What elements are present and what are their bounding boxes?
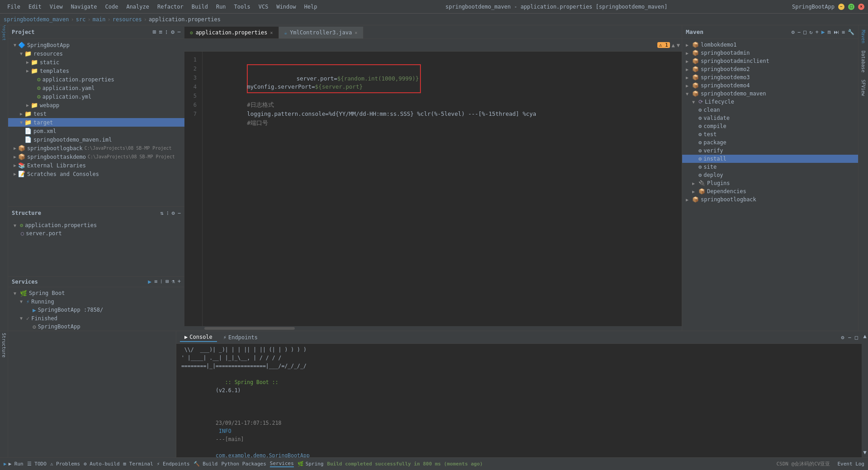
services-item-springbootapp-finished[interactable]: ▶ ⚙ SpringBootApp	[8, 323, 184, 331]
menu-window[interactable]: Window	[273, 3, 299, 11]
services-filter-icon[interactable]: ⚗	[172, 278, 175, 285]
toolbar-arrow-down[interactable]: ▼	[677, 42, 680, 48]
tree-item-static[interactable]: ▶ 📁 static	[8, 58, 184, 66]
maven-item-package[interactable]: ⚙ package	[682, 138, 858, 147]
maven-item-admin[interactable]: ▶ 📦 springbootadmin	[682, 49, 858, 57]
tree-item-app-props[interactable]: ▶ ⚙ application.properties	[8, 75, 184, 84]
tree-item-root[interactable]: ▼ 🔷 SpringBootApp	[8, 41, 184, 49]
scroll-up-icon[interactable]: ▲	[863, 333, 866, 339]
problems-btn[interactable]: ⚠ Problems	[50, 461, 80, 467]
tree-item-pom[interactable]: ▶ 📄 pom.xml	[8, 127, 184, 135]
menu-refactor[interactable]: Refactor	[154, 3, 187, 11]
menu-build[interactable]: Build	[188, 3, 212, 11]
maven-item-validate[interactable]: ⚙ validate	[682, 114, 858, 122]
tree-item-target[interactable]: ▼ 📁 target	[8, 118, 184, 127]
maven-item-install[interactable]: ⚙ install	[682, 155, 858, 163]
services-collapse-icon[interactable]: ⫶	[160, 278, 163, 285]
menu-file[interactable]: File	[4, 3, 24, 11]
tab-yml-controller[interactable]: ☕ YmlController3.java ×	[279, 27, 363, 38]
maven-item-lombok[interactable]: ▶ 📦 lombokdemo1	[682, 41, 858, 49]
project-icon-expand[interactable]: ≡	[159, 28, 163, 35]
maven-expand-icon[interactable]: □	[803, 29, 807, 35]
maven-m-icon[interactable]: m	[828, 29, 831, 35]
structure-settings-icon[interactable]: ⚙	[172, 210, 175, 216]
services-run-icon[interactable]: ▶	[148, 278, 151, 285]
tree-item-logback[interactable]: ▶ 📦 springbootlogback C:\JavaProjects\08…	[8, 144, 184, 152]
maven-item-dependencies[interactable]: ▶ 📦 Dependencies	[682, 187, 858, 195]
code-line-1[interactable]: server.port=${random.int(1000,9999)}	[206, 55, 682, 64]
tree-item-iml[interactable]: ▶ 📄 springbootdemo_maven.iml	[8, 135, 184, 144]
minimize-button[interactable]: −	[838, 4, 844, 10]
todo-btn[interactable]: ☰ TODO	[27, 461, 47, 467]
services-item-springbootapp-running[interactable]: ▶ ▶ SpringBootApp :7858/	[8, 306, 184, 314]
h-scrollbar[interactable]	[184, 326, 682, 331]
maven-item-logback[interactable]: ▶ 📦 springbootlogback	[682, 195, 858, 204]
tree-item-taskdemo[interactable]: ▶ 📦 springboottaskdemo C:\JavaProjects\0…	[8, 152, 184, 161]
maven-item-site[interactable]: ⚙ site	[682, 163, 858, 171]
menu-tools[interactable]: Tools	[231, 3, 254, 11]
auto-build-btn[interactable]: ⚙ Auto-build	[84, 461, 119, 467]
console-minimize-icon[interactable]: −	[848, 334, 851, 341]
tree-item-templates[interactable]: ▶ 📁 templates	[8, 66, 184, 75]
toolbar-arrow-up[interactable]: ▲	[672, 42, 675, 48]
project-icon-settings[interactable]: ⚙	[171, 28, 175, 35]
services-item-springboot[interactable]: ▼ 🌿 Spring Boot	[8, 289, 184, 298]
maven-options-icon[interactable]: ≡	[842, 29, 845, 35]
breadcrumb-main[interactable]: main	[93, 16, 106, 23]
tree-item-app-yml[interactable]: ▶ ⚙ application.yml	[8, 92, 184, 101]
console-tab[interactable]: ▶ Console	[180, 333, 217, 342]
tree-item-scratches[interactable]: ▶ 📝 Scratches and Consoles	[8, 170, 184, 178]
maven-run-icon[interactable]: ▶	[821, 28, 825, 35]
scrollbar-thumb[interactable]	[204, 327, 295, 330]
maven-item-demo-maven[interactable]: ▼ 📦 springbootdemo_maven	[682, 90, 858, 98]
project-icon-close[interactable]: −	[177, 28, 181, 35]
tab-app-properties[interactable]: ⚙ application.properties ×	[184, 27, 279, 38]
maven-item-compile[interactable]: ⚙ compile	[682, 122, 858, 130]
tree-item-test[interactable]: ▶ 📁 test	[8, 109, 184, 118]
tree-item-app-yaml[interactable]: ▶ ⚙ application.yaml	[8, 84, 184, 92]
python-pkg-btn[interactable]: Python Packages	[221, 461, 266, 467]
structure-item-server-port[interactable]: ○ server.port	[10, 229, 183, 237]
project-icon-layout[interactable]: ⊞	[153, 28, 156, 35]
tab-java-close[interactable]: ×	[355, 30, 358, 35]
maven-skip-icon[interactable]: ⏭	[834, 29, 839, 35]
menu-code[interactable]: Code	[102, 3, 122, 11]
menu-run[interactable]: Run	[212, 3, 230, 11]
close-button[interactable]: ×	[858, 4, 864, 10]
tree-item-resources[interactable]: ▼ 📁 resources	[8, 49, 184, 58]
event-log-btn[interactable]: Event Log	[837, 461, 864, 467]
breadcrumb-project[interactable]: springbootdemo_maven	[4, 16, 69, 23]
structure-collapse-icon[interactable]: ⫶	[166, 210, 169, 216]
structure-item-props[interactable]: ▼ ⚙ application.properties	[10, 221, 183, 229]
breadcrumb-src[interactable]: src	[76, 16, 86, 23]
project-icon-collapse[interactable]: ⫶	[165, 28, 168, 35]
maven-item-demo3[interactable]: ▶ 📦 springbootdemo3	[682, 73, 858, 81]
services-item-finished[interactable]: ▼ ✓ Finished	[8, 314, 184, 323]
vtab-structure-bottom[interactable]: Structure	[1, 333, 6, 357]
maven-add-icon[interactable]: +	[815, 29, 818, 35]
terminal-btn[interactable]: ⊞ Terminal	[123, 461, 153, 467]
structure-close-icon[interactable]: −	[178, 210, 181, 216]
maven-settings-icon[interactable]: ⚙	[792, 29, 795, 35]
endpoints-status-btn[interactable]: ⚡ Endpoints	[157, 461, 190, 467]
structure-sort-icon[interactable]: ⇅	[160, 210, 163, 216]
services-add-icon[interactable]: +	[178, 278, 181, 285]
maven-refresh-icon[interactable]: ↻	[809, 29, 812, 35]
tree-item-webapp[interactable]: ▶ 📁 webapp	[8, 101, 184, 109]
maven-minimize-icon[interactable]: −	[797, 29, 801, 35]
maven-item-deploy[interactable]: ⚙ deploy	[682, 171, 858, 179]
menu-navigate[interactable]: Navigate	[67, 3, 101, 11]
maven-wrench-icon[interactable]: 🔧	[848, 29, 854, 35]
menu-help[interactable]: Help	[301, 3, 321, 11]
code-line-6[interactable]: logging.pattern.console=%d{YY/MM/dd-HH:m…	[206, 100, 682, 109]
console-expand-icon[interactable]: □	[855, 334, 858, 341]
tree-item-ext-libs[interactable]: ▶ 📚 External Libraries	[8, 161, 184, 170]
services-group-icon[interactable]: ⊞	[165, 278, 169, 285]
editor-content-area[interactable]: server.port=${random.int(1000,9999)} myC…	[203, 52, 682, 326]
services-status-btn[interactable]: Services	[270, 461, 294, 467]
breadcrumb-resources[interactable]: resources	[113, 16, 142, 23]
tab-props-close[interactable]: ×	[270, 30, 273, 35]
console-settings-icon[interactable]: ⚙	[841, 334, 844, 341]
menu-analyze[interactable]: Analyze	[123, 3, 153, 11]
maven-item-demo2[interactable]: ▶ 📦 springbootdemo2	[682, 65, 858, 73]
